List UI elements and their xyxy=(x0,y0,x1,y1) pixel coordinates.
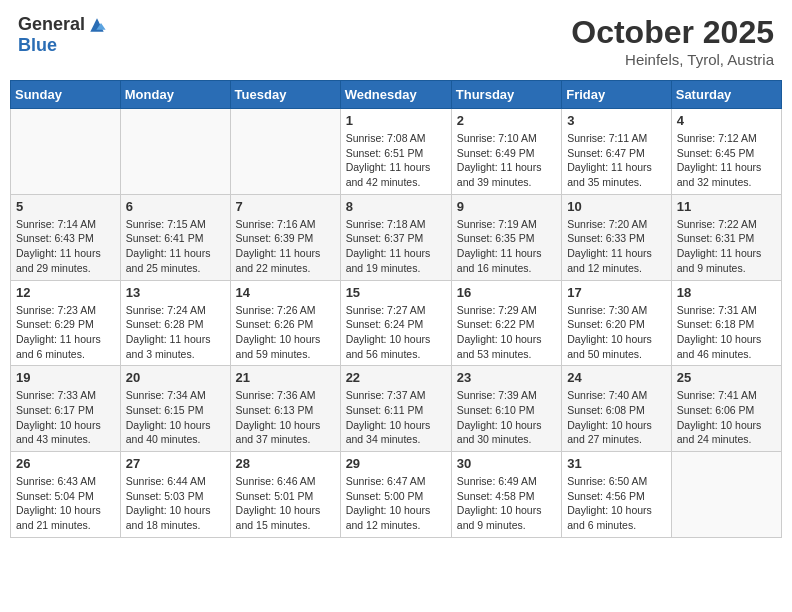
logo-icon xyxy=(87,15,107,35)
calendar-day-header: Tuesday xyxy=(230,81,340,109)
day-info: Sunrise: 7:16 AM Sunset: 6:39 PM Dayligh… xyxy=(236,217,335,276)
calendar-week-row: 12Sunrise: 7:23 AM Sunset: 6:29 PM Dayli… xyxy=(11,280,782,366)
day-info: Sunrise: 7:41 AM Sunset: 6:06 PM Dayligh… xyxy=(677,388,776,447)
day-info: Sunrise: 6:43 AM Sunset: 5:04 PM Dayligh… xyxy=(16,474,115,533)
calendar-day-header: Friday xyxy=(562,81,672,109)
day-number: 30 xyxy=(457,456,556,471)
day-number: 17 xyxy=(567,285,666,300)
day-number: 27 xyxy=(126,456,225,471)
day-info: Sunrise: 7:18 AM Sunset: 6:37 PM Dayligh… xyxy=(346,217,446,276)
day-number: 16 xyxy=(457,285,556,300)
day-info: Sunrise: 7:36 AM Sunset: 6:13 PM Dayligh… xyxy=(236,388,335,447)
day-number: 10 xyxy=(567,199,666,214)
calendar-day-cell: 9Sunrise: 7:19 AM Sunset: 6:35 PM Daylig… xyxy=(451,194,561,280)
calendar-table: SundayMondayTuesdayWednesdayThursdayFrid… xyxy=(10,80,782,538)
day-number: 9 xyxy=(457,199,556,214)
calendar-day-cell: 30Sunrise: 6:49 AM Sunset: 4:58 PM Dayli… xyxy=(451,452,561,538)
day-number: 31 xyxy=(567,456,666,471)
calendar-day-header: Thursday xyxy=(451,81,561,109)
calendar-header-row: SundayMondayTuesdayWednesdayThursdayFrid… xyxy=(11,81,782,109)
day-number: 24 xyxy=(567,370,666,385)
day-info: Sunrise: 7:08 AM Sunset: 6:51 PM Dayligh… xyxy=(346,131,446,190)
calendar-day-cell: 18Sunrise: 7:31 AM Sunset: 6:18 PM Dayli… xyxy=(671,280,781,366)
calendar-day-cell: 22Sunrise: 7:37 AM Sunset: 6:11 PM Dayli… xyxy=(340,366,451,452)
calendar-day-header: Wednesday xyxy=(340,81,451,109)
calendar-day-cell: 14Sunrise: 7:26 AM Sunset: 6:26 PM Dayli… xyxy=(230,280,340,366)
day-number: 20 xyxy=(126,370,225,385)
day-number: 18 xyxy=(677,285,776,300)
day-info: Sunrise: 7:37 AM Sunset: 6:11 PM Dayligh… xyxy=(346,388,446,447)
calendar-day-cell: 20Sunrise: 7:34 AM Sunset: 6:15 PM Dayli… xyxy=(120,366,230,452)
calendar-day-cell: 31Sunrise: 6:50 AM Sunset: 4:56 PM Dayli… xyxy=(562,452,672,538)
day-info: Sunrise: 7:15 AM Sunset: 6:41 PM Dayligh… xyxy=(126,217,225,276)
calendar-day-cell: 4Sunrise: 7:12 AM Sunset: 6:45 PM Daylig… xyxy=(671,109,781,195)
calendar-day-cell: 26Sunrise: 6:43 AM Sunset: 5:04 PM Dayli… xyxy=(11,452,121,538)
day-info: Sunrise: 7:40 AM Sunset: 6:08 PM Dayligh… xyxy=(567,388,666,447)
calendar-day-cell: 25Sunrise: 7:41 AM Sunset: 6:06 PM Dayli… xyxy=(671,366,781,452)
day-info: Sunrise: 6:46 AM Sunset: 5:01 PM Dayligh… xyxy=(236,474,335,533)
calendar-day-cell: 3Sunrise: 7:11 AM Sunset: 6:47 PM Daylig… xyxy=(562,109,672,195)
day-info: Sunrise: 7:14 AM Sunset: 6:43 PM Dayligh… xyxy=(16,217,115,276)
calendar-day-cell xyxy=(120,109,230,195)
calendar-week-row: 19Sunrise: 7:33 AM Sunset: 6:17 PM Dayli… xyxy=(11,366,782,452)
day-number: 6 xyxy=(126,199,225,214)
calendar-day-cell: 19Sunrise: 7:33 AM Sunset: 6:17 PM Dayli… xyxy=(11,366,121,452)
day-number: 12 xyxy=(16,285,115,300)
logo: General Blue xyxy=(18,14,107,56)
day-number: 7 xyxy=(236,199,335,214)
day-info: Sunrise: 6:50 AM Sunset: 4:56 PM Dayligh… xyxy=(567,474,666,533)
day-number: 19 xyxy=(16,370,115,385)
day-number: 29 xyxy=(346,456,446,471)
day-info: Sunrise: 7:30 AM Sunset: 6:20 PM Dayligh… xyxy=(567,303,666,362)
calendar-day-cell xyxy=(11,109,121,195)
calendar-day-cell: 16Sunrise: 7:29 AM Sunset: 6:22 PM Dayli… xyxy=(451,280,561,366)
day-info: Sunrise: 7:11 AM Sunset: 6:47 PM Dayligh… xyxy=(567,131,666,190)
calendar-day-cell: 24Sunrise: 7:40 AM Sunset: 6:08 PM Dayli… xyxy=(562,366,672,452)
day-number: 14 xyxy=(236,285,335,300)
day-info: Sunrise: 6:47 AM Sunset: 5:00 PM Dayligh… xyxy=(346,474,446,533)
day-info: Sunrise: 7:31 AM Sunset: 6:18 PM Dayligh… xyxy=(677,303,776,362)
day-info: Sunrise: 7:34 AM Sunset: 6:15 PM Dayligh… xyxy=(126,388,225,447)
logo-general-text: General xyxy=(18,14,85,35)
day-number: 23 xyxy=(457,370,556,385)
location: Heinfels, Tyrol, Austria xyxy=(571,51,774,68)
calendar-week-row: 5Sunrise: 7:14 AM Sunset: 6:43 PM Daylig… xyxy=(11,194,782,280)
day-info: Sunrise: 7:12 AM Sunset: 6:45 PM Dayligh… xyxy=(677,131,776,190)
calendar-week-row: 26Sunrise: 6:43 AM Sunset: 5:04 PM Dayli… xyxy=(11,452,782,538)
day-info: Sunrise: 7:29 AM Sunset: 6:22 PM Dayligh… xyxy=(457,303,556,362)
calendar-day-cell: 28Sunrise: 6:46 AM Sunset: 5:01 PM Dayli… xyxy=(230,452,340,538)
calendar-day-cell: 11Sunrise: 7:22 AM Sunset: 6:31 PM Dayli… xyxy=(671,194,781,280)
day-number: 13 xyxy=(126,285,225,300)
calendar-day-cell: 21Sunrise: 7:36 AM Sunset: 6:13 PM Dayli… xyxy=(230,366,340,452)
day-number: 2 xyxy=(457,113,556,128)
day-info: Sunrise: 6:49 AM Sunset: 4:58 PM Dayligh… xyxy=(457,474,556,533)
day-number: 28 xyxy=(236,456,335,471)
day-info: Sunrise: 7:22 AM Sunset: 6:31 PM Dayligh… xyxy=(677,217,776,276)
day-info: Sunrise: 7:39 AM Sunset: 6:10 PM Dayligh… xyxy=(457,388,556,447)
day-number: 3 xyxy=(567,113,666,128)
day-info: Sunrise: 7:27 AM Sunset: 6:24 PM Dayligh… xyxy=(346,303,446,362)
month-title: October 2025 xyxy=(571,14,774,51)
calendar-day-cell: 8Sunrise: 7:18 AM Sunset: 6:37 PM Daylig… xyxy=(340,194,451,280)
calendar-day-cell: 7Sunrise: 7:16 AM Sunset: 6:39 PM Daylig… xyxy=(230,194,340,280)
day-number: 15 xyxy=(346,285,446,300)
day-info: Sunrise: 7:33 AM Sunset: 6:17 PM Dayligh… xyxy=(16,388,115,447)
day-number: 5 xyxy=(16,199,115,214)
day-number: 21 xyxy=(236,370,335,385)
calendar-day-cell: 10Sunrise: 7:20 AM Sunset: 6:33 PM Dayli… xyxy=(562,194,672,280)
day-number: 26 xyxy=(16,456,115,471)
day-info: Sunrise: 7:23 AM Sunset: 6:29 PM Dayligh… xyxy=(16,303,115,362)
calendar-day-cell: 17Sunrise: 7:30 AM Sunset: 6:20 PM Dayli… xyxy=(562,280,672,366)
day-info: Sunrise: 7:24 AM Sunset: 6:28 PM Dayligh… xyxy=(126,303,225,362)
calendar-day-header: Saturday xyxy=(671,81,781,109)
calendar-day-cell: 29Sunrise: 6:47 AM Sunset: 5:00 PM Dayli… xyxy=(340,452,451,538)
logo-blue-text: Blue xyxy=(18,35,57,55)
page-header: General Blue October 2025 Heinfels, Tyro… xyxy=(10,10,782,72)
title-section: October 2025 Heinfels, Tyrol, Austria xyxy=(571,14,774,68)
calendar-week-row: 1Sunrise: 7:08 AM Sunset: 6:51 PM Daylig… xyxy=(11,109,782,195)
calendar-day-cell: 13Sunrise: 7:24 AM Sunset: 6:28 PM Dayli… xyxy=(120,280,230,366)
calendar-day-cell: 27Sunrise: 6:44 AM Sunset: 5:03 PM Dayli… xyxy=(120,452,230,538)
calendar-day-header: Sunday xyxy=(11,81,121,109)
day-number: 1 xyxy=(346,113,446,128)
day-info: Sunrise: 7:10 AM Sunset: 6:49 PM Dayligh… xyxy=(457,131,556,190)
